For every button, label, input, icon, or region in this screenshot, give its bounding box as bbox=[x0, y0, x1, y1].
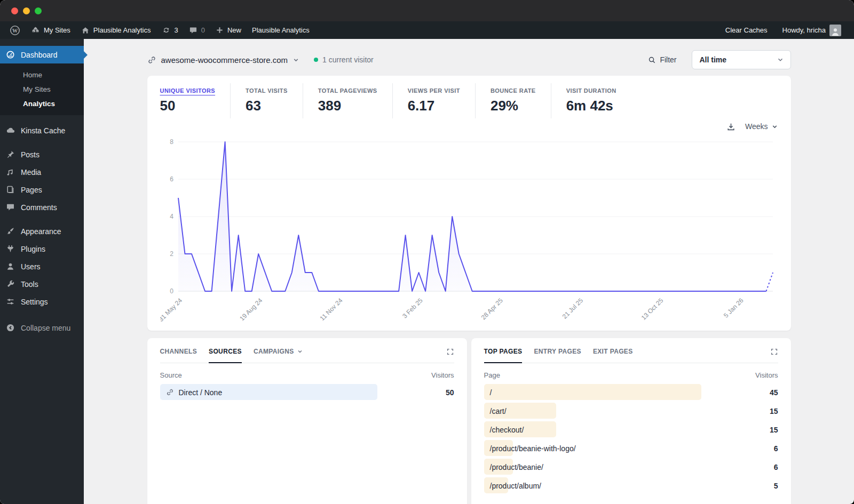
sidebar-item-dashboard[interactable]: Dashboard bbox=[0, 46, 84, 63]
stat-visit-duration[interactable]: VISIT DURATION 6m 42s bbox=[566, 83, 631, 118]
sidebar-item-users[interactable]: Users bbox=[0, 258, 84, 275]
updates-icon bbox=[162, 26, 171, 35]
tab-campaigns-label: CAMPAIGNS bbox=[254, 348, 294, 355]
collapse-menu-button[interactable]: Collapse menu bbox=[0, 319, 84, 337]
row-label: Direct / None bbox=[160, 388, 223, 397]
stat-total-pageviews[interactable]: TOTAL PAGEVIEWS 389 bbox=[318, 83, 393, 118]
link-icon bbox=[166, 388, 174, 396]
site-switcher[interactable]: awesome-woocommerce-store.com bbox=[147, 55, 300, 65]
sidebar-item-kinsta-cache[interactable]: Kinsta Cache bbox=[0, 122, 84, 139]
sidebar-item-my-sites[interactable]: My Sites bbox=[0, 82, 84, 97]
stat-unique-visitors[interactable]: UNIQUE VISITORS 50 bbox=[160, 83, 231, 118]
sidebar-item-comments[interactable]: Comments bbox=[0, 198, 84, 216]
svg-text:31 May 24: 31 May 24 bbox=[160, 297, 184, 323]
collapse-arrow-icon bbox=[6, 323, 15, 332]
tab-channels[interactable]: CHANNELS bbox=[160, 348, 197, 362]
interval-label: Weeks bbox=[745, 122, 768, 131]
stat-value: 6.17 bbox=[408, 98, 460, 114]
filter-button[interactable]: Filter bbox=[648, 55, 676, 64]
svg-text:4: 4 bbox=[170, 213, 173, 220]
posts-label: Posts bbox=[21, 150, 39, 159]
sidebar-item-plugins[interactable]: Plugins bbox=[0, 240, 84, 258]
stat-bounce-rate[interactable]: BOUNCE RATE 29% bbox=[491, 83, 551, 118]
source-row[interactable]: Direct / None50 bbox=[160, 383, 454, 402]
sidebar-item-tools[interactable]: Tools bbox=[0, 275, 84, 293]
page-row[interactable]: /checkout/15 bbox=[484, 420, 778, 439]
row-value-bar bbox=[484, 384, 702, 400]
clear-caches-button[interactable]: Clear Caches bbox=[720, 21, 773, 39]
chevron-down-icon bbox=[771, 123, 778, 130]
cloud-icon bbox=[6, 126, 15, 135]
page-row[interactable]: /product/beanie/6 bbox=[484, 458, 778, 476]
wrench-icon bbox=[6, 279, 15, 289]
sidebar-item-posts[interactable]: Posts bbox=[0, 146, 84, 163]
tab-sources[interactable]: SOURCES bbox=[209, 348, 242, 363]
plausible-item-label: Plausible Analytics bbox=[252, 26, 310, 34]
stat-views-per-visit[interactable]: VIEWS PER VISIT 6.17 bbox=[408, 83, 476, 118]
plugins-label: Plugins bbox=[21, 245, 45, 253]
stat-label: UNIQUE VISITORS bbox=[160, 87, 216, 94]
window-titlebar bbox=[0, 0, 854, 21]
date-range-select[interactable]: All time bbox=[692, 50, 791, 69]
stat-total-visits[interactable]: TOTAL VISITS 63 bbox=[246, 83, 303, 118]
settings-label: Settings bbox=[21, 298, 48, 306]
page-row[interactable]: /45 bbox=[484, 383, 778, 402]
new-label: New bbox=[227, 26, 241, 34]
expand-sources-button[interactable] bbox=[446, 348, 454, 358]
dashboard-header: awesome-woocommerce-store.com 1 current … bbox=[147, 50, 791, 70]
svg-text:8: 8 bbox=[170, 138, 173, 146]
admin-bar-comments[interactable]: 0 bbox=[184, 21, 210, 39]
green-dot-icon bbox=[314, 58, 318, 62]
kinsta-cache-label: Kinsta Cache bbox=[21, 126, 65, 135]
current-visitors: 1 current visitor bbox=[314, 55, 374, 64]
row-visitors-value: 6 bbox=[774, 444, 778, 453]
admin-bar-plausible[interactable]: Plausible Analytics bbox=[247, 21, 315, 39]
page-row[interactable]: /cart/15 bbox=[484, 402, 778, 420]
admin-bar-updates[interactable]: 3 bbox=[156, 21, 184, 39]
expand-pages-button[interactable] bbox=[770, 348, 778, 358]
row-visitors-value: 15 bbox=[770, 426, 778, 434]
pages-rows: /45/cart/15/checkout/15/product/beanie-w… bbox=[484, 383, 778, 495]
clear-caches-label: Clear Caches bbox=[725, 26, 768, 34]
tab-entry-pages[interactable]: ENTRY PAGES bbox=[534, 348, 581, 362]
close-window-button[interactable] bbox=[11, 7, 18, 14]
interval-select[interactable]: Weeks bbox=[745, 122, 778, 131]
chart-controls: Weeks bbox=[160, 118, 778, 134]
site-name-label: Plausible Analytics bbox=[93, 26, 151, 34]
sidebar-item-home[interactable]: Home bbox=[0, 68, 84, 82]
admin-bar-site-name[interactable]: Plausible Analytics bbox=[76, 21, 156, 39]
wordpress-logo-menu[interactable]: W bbox=[4, 21, 26, 39]
svg-text:11 Nov 24: 11 Nov 24 bbox=[318, 297, 344, 322]
row-label: /product/beanie/ bbox=[484, 463, 543, 471]
page-row[interactable]: /product/album/5 bbox=[484, 476, 778, 495]
sidebar-item-settings[interactable]: Settings bbox=[0, 293, 84, 310]
admin-bar-account[interactable]: Howdy, hricha bbox=[777, 21, 847, 39]
updates-count: 3 bbox=[175, 26, 178, 34]
tab-campaigns[interactable]: CAMPAIGNS bbox=[254, 348, 303, 362]
svg-text:2: 2 bbox=[170, 250, 173, 258]
stat-value: 50 bbox=[160, 98, 216, 114]
admin-bar-my-sites[interactable]: My Sites bbox=[26, 21, 76, 39]
tab-exit-pages[interactable]: EXIT PAGES bbox=[593, 348, 633, 362]
current-visitors-label: 1 current visitor bbox=[322, 55, 374, 64]
visitors-column-header: Visitors bbox=[755, 371, 778, 379]
sidebar-item-appearance[interactable]: Appearance bbox=[0, 222, 84, 240]
page-row[interactable]: /product/beanie-with-logo/6 bbox=[484, 439, 778, 458]
plus-icon bbox=[216, 26, 224, 34]
sidebar-item-media[interactable]: Media bbox=[0, 163, 84, 181]
stat-value: 29% bbox=[491, 98, 536, 114]
sidebar-item-analytics[interactable]: Analytics bbox=[0, 97, 84, 111]
sidebar-item-pages[interactable]: Pages bbox=[0, 181, 84, 198]
media-label: Media bbox=[21, 168, 41, 177]
minimize-window-button[interactable] bbox=[23, 7, 30, 14]
greeting-label: Howdy, hricha bbox=[782, 26, 826, 34]
wp-sidebar: Dashboard Home My Sites Analytics Kinsta… bbox=[0, 39, 84, 504]
wp-admin-bar: W My Sites Plausible Analytics 3 0 New P… bbox=[0, 21, 854, 39]
stat-value: 63 bbox=[246, 98, 288, 114]
pages-label: Pages bbox=[21, 186, 42, 194]
download-icon[interactable] bbox=[726, 122, 736, 131]
tab-top-pages[interactable]: TOP PAGES bbox=[484, 348, 523, 363]
admin-bar-new[interactable]: New bbox=[210, 21, 247, 39]
zoom-window-button[interactable] bbox=[35, 7, 42, 14]
visitors-chart[interactable]: 86420 31 May 2419 Aug 2411 Nov 243 Feb 2… bbox=[160, 135, 778, 323]
